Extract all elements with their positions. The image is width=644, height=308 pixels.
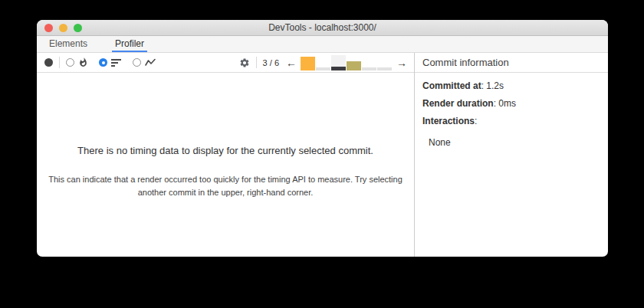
render-duration-label: Render duration xyxy=(422,98,494,109)
empty-state-title: There is no timing data to display for t… xyxy=(37,145,414,156)
content-area: 3 / 6 ← → There is no timing data to dis… xyxy=(37,53,608,257)
view-toggle-flamegraph[interactable] xyxy=(66,57,88,67)
commit-count: 3 / 6 xyxy=(263,58,279,67)
empty-state: There is no timing data to display for t… xyxy=(37,73,414,199)
commit-bar-fill xyxy=(347,61,361,70)
toolbar-divider xyxy=(59,57,60,68)
radio-icon xyxy=(133,58,141,67)
render-duration-value: 0ms xyxy=(498,98,516,109)
commit-selector-bars xyxy=(301,55,393,70)
commit-info-panel: Commit information Committed at: 1.2s Re… xyxy=(415,53,608,257)
view-toggle-interactions[interactable] xyxy=(133,58,156,67)
committed-at-value: 1.2s xyxy=(486,80,504,91)
render-duration-row: Render duration: 0ms xyxy=(422,98,600,109)
commit-bar-fill xyxy=(301,57,315,70)
commit-bar-1[interactable] xyxy=(301,55,315,70)
committed-at-label: Committed at xyxy=(422,80,481,91)
commit-info-header: Commit information xyxy=(415,53,608,73)
devtools-window: DevTools - localhost:3000/ Elements Prof… xyxy=(37,20,608,257)
window-title: DevTools - localhost:3000/ xyxy=(37,22,608,33)
commit-bar-6[interactable] xyxy=(377,55,392,70)
commit-bar-fill xyxy=(331,67,346,70)
empty-state-description: This can indicate that a render occurred… xyxy=(42,173,409,199)
interactions-icon xyxy=(145,58,156,67)
next-commit-icon[interactable]: → xyxy=(394,57,409,68)
ranked-chart-icon xyxy=(111,58,122,67)
commit-bar-5[interactable] xyxy=(362,55,376,70)
tab-bar: Elements Profiler xyxy=(37,36,608,53)
prev-commit-icon[interactable]: ← xyxy=(284,57,299,68)
toolbar-divider xyxy=(256,57,257,68)
tab-profiler[interactable]: Profiler xyxy=(112,36,147,52)
commit-bar-2[interactable] xyxy=(316,55,330,70)
gear-icon[interactable] xyxy=(239,57,250,68)
view-toggle-ranked[interactable] xyxy=(99,58,122,67)
radio-icon xyxy=(99,58,107,67)
radio-icon xyxy=(66,58,74,67)
flame-icon xyxy=(78,57,88,67)
commit-info-body: Committed at: 1.2s Render duration: 0ms … xyxy=(415,73,608,148)
profiler-main-pane: 3 / 6 ← → There is no timing data to dis… xyxy=(37,53,415,257)
record-icon[interactable] xyxy=(44,58,53,67)
commit-bar-fill xyxy=(316,67,330,70)
commit-bar-3[interactable] xyxy=(331,55,346,70)
interactions-empty-value: None xyxy=(429,137,600,148)
interactions-row: Interactions: xyxy=(422,116,600,126)
profiler-toolbar: 3 / 6 ← → xyxy=(37,53,414,73)
committed-at-row: Committed at: 1.2s xyxy=(422,80,600,91)
interactions-label: Interactions xyxy=(422,116,475,126)
title-bar[interactable]: DevTools - localhost:3000/ xyxy=(37,20,608,36)
tab-elements[interactable]: Elements xyxy=(46,36,90,52)
commit-bar-fill xyxy=(377,67,392,70)
commit-bar-fill xyxy=(362,67,376,70)
commit-bar-4[interactable] xyxy=(347,55,361,70)
